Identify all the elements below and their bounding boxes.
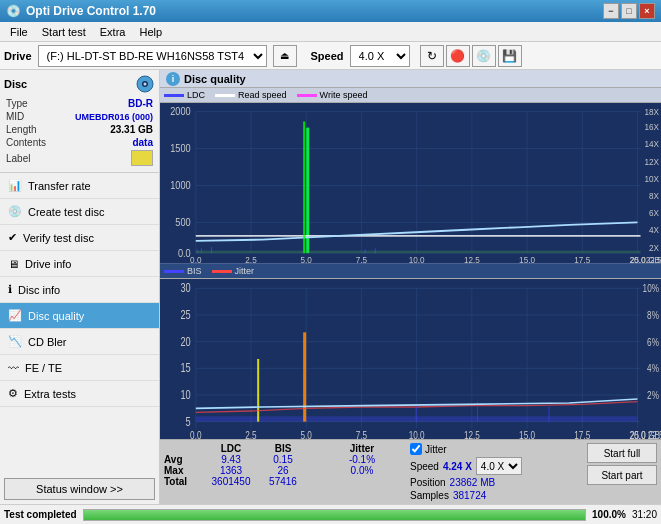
svg-text:30: 30 bbox=[180, 281, 190, 294]
svg-rect-94 bbox=[549, 406, 550, 422]
menu-bar: File Start test Extra Help bbox=[0, 22, 661, 42]
cd-bler-icon: 📉 bbox=[8, 335, 22, 348]
drive-bar: Drive (F:) HL-DT-ST BD-RE WH16NS58 TST4 … bbox=[0, 42, 661, 70]
nav-transfer-rate[interactable]: 📊 Transfer rate bbox=[0, 173, 159, 199]
maximize-button[interactable]: □ bbox=[621, 3, 637, 19]
svg-text:15: 15 bbox=[180, 361, 190, 374]
nav-disc-info[interactable]: ℹ Disc info bbox=[0, 277, 159, 303]
speed-static-label: Speed bbox=[410, 461, 439, 472]
svg-text:2000: 2000 bbox=[170, 106, 191, 118]
menu-extra[interactable]: Extra bbox=[94, 24, 132, 40]
main-area: Disc Type BD-R MID UMEBDR016 (000) bbox=[0, 70, 661, 504]
svg-text:14X: 14X bbox=[644, 139, 659, 150]
disc-section: Disc Type BD-R MID UMEBDR016 (000) bbox=[0, 70, 159, 173]
close-button[interactable]: × bbox=[639, 3, 655, 19]
speed-label: Speed bbox=[311, 50, 344, 62]
disc-label-icon[interactable] bbox=[131, 150, 153, 166]
nav-fe-te[interactable]: 〰 FE / TE bbox=[0, 355, 159, 381]
start-part-button[interactable]: Start part bbox=[587, 465, 657, 485]
nav-extra-tests-label: Extra tests bbox=[24, 388, 76, 400]
nav-drive-info[interactable]: 🖥 Drive info bbox=[0, 251, 159, 277]
nav-cd-bler[interactable]: 📉 CD Bler bbox=[0, 329, 159, 355]
legend-bis: BIS bbox=[164, 266, 202, 276]
legend-read-speed: Read speed bbox=[215, 90, 287, 100]
svg-text:5: 5 bbox=[186, 414, 191, 427]
stats-main-row: LDC BIS Jitter Avg 9.43 0.15 -0.1% Max bbox=[164, 443, 657, 501]
drive-label: Drive bbox=[4, 50, 32, 62]
svg-text:4%: 4% bbox=[647, 362, 659, 374]
svg-rect-50 bbox=[303, 121, 305, 253]
disc-quality-title: Disc quality bbox=[184, 73, 246, 85]
refresh-button[interactable]: ↻ bbox=[420, 45, 444, 67]
start-full-button[interactable]: Start full bbox=[587, 443, 657, 463]
svg-text:0.0: 0.0 bbox=[190, 429, 201, 439]
total-ldc: 3601450 bbox=[206, 476, 256, 487]
svg-rect-92 bbox=[416, 406, 417, 422]
svg-text:20: 20 bbox=[180, 334, 190, 347]
avg-row: Avg 9.43 0.15 -0.1% bbox=[164, 454, 404, 465]
svg-text:12.5: 12.5 bbox=[464, 429, 480, 439]
read-speed-color bbox=[215, 94, 235, 97]
legend-jitter: Jitter bbox=[212, 266, 255, 276]
svg-text:5.0: 5.0 bbox=[301, 254, 312, 263]
svg-text:10%: 10% bbox=[643, 282, 660, 294]
stats-table: LDC BIS Jitter Avg 9.43 0.15 -0.1% Max bbox=[164, 443, 404, 487]
title-bar-left: 💿 Opti Drive Control 1.70 bbox=[6, 4, 156, 18]
burn-button[interactable]: 🔴 bbox=[446, 45, 470, 67]
status-text: Test completed bbox=[4, 509, 77, 520]
disc-label-label: Label bbox=[6, 153, 30, 164]
avg-bis: 0.15 bbox=[258, 454, 308, 465]
nav-disc-quality[interactable]: 📈 Disc quality bbox=[0, 303, 159, 329]
avg-ldc: 9.43 bbox=[206, 454, 256, 465]
progress-percent: 100.0% bbox=[592, 509, 626, 520]
progress-bar-fill bbox=[84, 510, 585, 520]
nav-extra-tests[interactable]: ⚙ Extra tests bbox=[0, 381, 159, 407]
speed-selector[interactable]: 4.0 X bbox=[350, 45, 410, 67]
nav-fe-te-label: FE / TE bbox=[25, 362, 62, 374]
save-button[interactable]: 💾 bbox=[498, 45, 522, 67]
menu-help[interactable]: Help bbox=[133, 24, 168, 40]
drive-info-icon: 🖥 bbox=[8, 258, 19, 270]
speed-row: Speed 4.24 X 4.0 X bbox=[410, 457, 522, 475]
disc-mid-value: UMEBDR016 (000) bbox=[75, 112, 153, 122]
disc-type-row: Type BD-R bbox=[6, 98, 153, 109]
content-area: i Disc quality LDC Read speed Write spee… bbox=[160, 70, 661, 504]
disc-contents-value: data bbox=[132, 137, 153, 148]
create-test-disc-icon: 💿 bbox=[8, 205, 22, 218]
title-bar: 💿 Opti Drive Control 1.70 − □ × bbox=[0, 0, 661, 22]
nav-verify-test-disc-label: Verify test disc bbox=[23, 232, 94, 244]
disc-section-title: Disc bbox=[4, 78, 27, 90]
nav-disc-quality-label: Disc quality bbox=[28, 310, 84, 322]
disc-mid-row: MID UMEBDR016 (000) bbox=[6, 111, 153, 122]
disc-contents-label: Contents bbox=[6, 137, 46, 148]
jitter-checkbox[interactable] bbox=[410, 443, 422, 455]
max-jitter: 0.0% bbox=[332, 465, 392, 476]
jitter-speed-section: Jitter Speed 4.24 X 4.0 X Position 23862… bbox=[410, 443, 522, 501]
nav-verify-test-disc[interactable]: ✔ Verify test disc bbox=[0, 225, 159, 251]
app-title: Opti Drive Control 1.70 bbox=[26, 4, 156, 18]
menu-file[interactable]: File bbox=[4, 24, 34, 40]
nav-drive-info-label: Drive info bbox=[25, 258, 71, 270]
avg-jitter: -0.1% bbox=[332, 454, 392, 465]
write-speed-color bbox=[297, 94, 317, 97]
svg-text:16X: 16X bbox=[644, 121, 659, 132]
svg-text:2.5: 2.5 bbox=[245, 254, 256, 263]
svg-text:18X: 18X bbox=[644, 107, 659, 118]
disc-quality-header-icon: i bbox=[166, 72, 180, 86]
legend-write-speed: Write speed bbox=[297, 90, 368, 100]
svg-text:17.5: 17.5 bbox=[574, 429, 590, 439]
minimize-button[interactable]: − bbox=[603, 3, 619, 19]
speed-dropdown[interactable]: 4.0 X bbox=[476, 457, 522, 475]
total-bis: 57416 bbox=[258, 476, 308, 487]
drive-selector[interactable]: (F:) HL-DT-ST BD-RE WH16NS58 TST4 bbox=[38, 45, 267, 67]
svg-text:15.0: 15.0 bbox=[519, 429, 535, 439]
eject-button[interactable]: ⏏ bbox=[273, 45, 297, 67]
menu-start-test[interactable]: Start test bbox=[36, 24, 92, 40]
bis-color bbox=[164, 270, 184, 273]
svg-text:12X: 12X bbox=[644, 156, 659, 167]
svg-rect-49 bbox=[196, 251, 641, 253]
nav-create-test-disc[interactable]: 💿 Create test disc bbox=[0, 199, 159, 225]
status-window-button[interactable]: Status window >> bbox=[4, 478, 155, 500]
svg-rect-3 bbox=[160, 103, 661, 263]
media-button[interactable]: 💿 bbox=[472, 45, 496, 67]
